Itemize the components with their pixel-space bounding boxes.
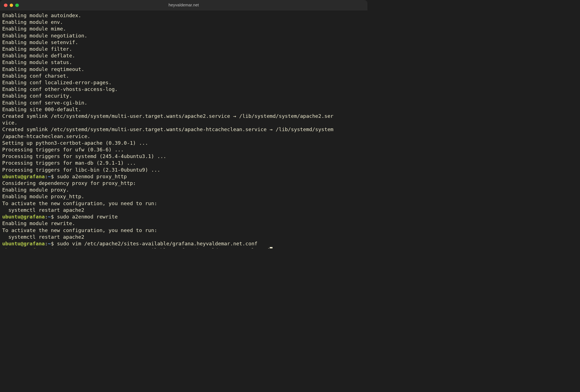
terminal-line: Enabling module rewrite. (2, 220, 365, 227)
terminal-line: /apache-htcacheclean.service. (2, 133, 365, 140)
prompt-user: ubuntu@grafana (2, 174, 45, 179)
terminal-line: Processing triggers for systemd (245.4-4… (2, 153, 365, 160)
terminal-line: Enabling module deflate. (2, 52, 365, 59)
terminal-line: Enabling module autoindex. (2, 12, 365, 19)
cursor-icon (270, 247, 273, 248)
terminal-line: To activate the new configuration, you n… (2, 200, 365, 207)
terminal-line: Enabling conf other-vhosts-access-log. (2, 86, 365, 93)
terminal-line: Processing triggers for ufw (0.36-6) ... (2, 146, 365, 153)
terminal-line: Enabling module negotiation. (2, 32, 365, 39)
terminal-line: systemctl restart apache2 (2, 207, 365, 213)
terminal-line: Enabling conf localized-error-pages. (2, 79, 365, 86)
prompt-path: ~ (48, 214, 51, 220)
prompt-sep: : (45, 174, 48, 179)
prompt-user: ubuntu@grafana (2, 214, 45, 220)
prompt-line[interactable]: ubuntu@grafana:~$ sudo a2enmod proxy_htt… (2, 173, 365, 180)
terminal-line: Processing triggers for libc-bin (2.31-0… (2, 167, 365, 173)
terminal-line: Enabling site 000-default. (2, 106, 365, 113)
terminal-line: Enabling module proxy_http. (2, 193, 365, 200)
terminal-line: Created symlink /etc/systemd/system/mult… (2, 113, 365, 119)
prompt-user: ubuntu@grafana (2, 241, 45, 246)
prompt-path: ~ (48, 241, 51, 246)
terminal-line: Enabling module setenvif. (2, 39, 365, 46)
terminal-line: To activate the new configuration, you n… (2, 227, 365, 234)
window-titlebar: heyvaldemar.net (0, 0, 367, 11)
prompt-path: ~ (48, 174, 51, 179)
prompt-command: sudo vim /etc/apache2/sites-available/gr… (57, 247, 270, 248)
terminal-line: Created symlink /etc/systemd/system/mult… (2, 126, 365, 133)
prompt-sep: : (45, 214, 48, 220)
terminal-line: Enabling module status. (2, 59, 365, 66)
prompt-command: sudo a2enmod proxy_http (57, 174, 127, 179)
terminal-line: Enabling module mime. (2, 26, 365, 32)
terminal-line: Enabling conf charset. (2, 73, 365, 79)
prompt-user: ubuntu@grafana (2, 247, 45, 248)
prompt-dollar: $ (51, 214, 57, 220)
prompt-line[interactable]: ubuntu@grafana:~$ sudo a2enmod rewrite (2, 213, 365, 220)
terminal-line: Enabling module env. (2, 19, 365, 26)
prompt-sep: : (45, 241, 48, 246)
terminal-line: Enabling module filter. (2, 46, 365, 52)
terminal-line: Setting up python3-certbot-apache (0.39.… (2, 140, 365, 146)
terminal-line: Enabling conf security. (2, 93, 365, 99)
prompt-command: sudo vim /etc/apache2/sites-available/gr… (57, 241, 258, 246)
terminal-line: Enabling module reqtimeout. (2, 66, 365, 73)
prompt-command: sudo a2enmod rewrite (57, 214, 118, 220)
prompt-dollar: $ (51, 241, 57, 246)
terminal-line: vice. (2, 119, 365, 126)
terminal-line: systemctl restart apache2 (2, 234, 365, 240)
prompt-path: ~ (48, 247, 51, 248)
prompt-dollar: $ (51, 247, 57, 248)
terminal-line: Enabling conf serve-cgi-bin. (2, 100, 365, 106)
terminal-line: Processing triggers for man-db (2.9.1-1)… (2, 160, 365, 166)
prompt-sep: : (45, 247, 48, 248)
terminal-content[interactable]: Enabling module autoindex.Enabling modul… (0, 11, 367, 248)
prompt-line[interactable]: ubuntu@grafana:~$ sudo vim /etc/apache2/… (2, 240, 365, 247)
terminal-line: Considering dependency proxy for proxy_h… (2, 180, 365, 187)
terminal-line: Enabling module proxy. (2, 187, 365, 193)
prompt-dollar: $ (51, 174, 57, 179)
prompt-line[interactable]: ubuntu@grafana:~$ sudo vim /etc/apache2/… (2, 247, 365, 248)
window-title: heyvaldemar.net (0, 2, 367, 8)
